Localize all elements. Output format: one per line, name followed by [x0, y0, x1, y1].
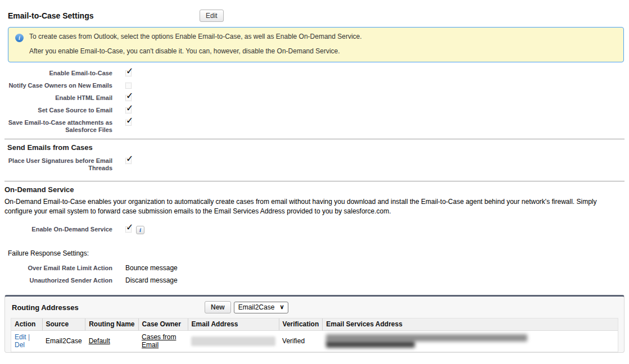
routing-type-selected-value: Email2Case [238, 303, 275, 311]
enable-on-demand-checkbox[interactable]: ✓ [125, 226, 132, 233]
setting-label: Place User Signatures before Email Threa… [0, 157, 112, 172]
column-header-verification: Verification [279, 319, 323, 331]
verification-cell: Verified [279, 331, 323, 352]
setting-label: Save Email-to-Case attachments as Salesf… [0, 119, 112, 134]
setting-label: Enable On-Demand Service [0, 226, 112, 233]
on-demand-description: On-Demand Email-to-Case enables your org… [4, 197, 623, 216]
column-header-source: Source [42, 319, 85, 331]
failure-response-heading: Failure Response Settings: [8, 249, 629, 257]
source-cell: Email2Case [42, 331, 85, 352]
section-divider [4, 181, 625, 181]
page-header: Email-to-Case Settings Edit [0, 0, 629, 24]
edit-link[interactable]: Edit [15, 333, 26, 341]
routing-addresses-table: Action Source Routing Name Case Owner Em… [11, 319, 618, 352]
check-icon: ✓ [126, 92, 133, 101]
routing-table-container: Action Source Routing Name Case Owner Em… [11, 318, 618, 352]
info-banner-text: To create cases from Outlook, select the… [29, 33, 362, 56]
table-header-row: Action Source Routing Name Case Owner Em… [11, 319, 618, 331]
setting-row-user-signatures: Place User Signatures before Email Threa… [0, 157, 629, 172]
enable-email-to-case-checkbox[interactable]: ✓ [125, 70, 132, 76]
on-demand-info-icon[interactable]: i [136, 226, 144, 234]
on-demand-settings: Enable On-Demand Service ✓ i [0, 226, 629, 234]
setting-row-over-email-rate: Over Email Rate Limit Action Bounce mess… [0, 265, 629, 272]
on-demand-heading: On-Demand Service [4, 185, 629, 194]
check-icon: ✓ [126, 67, 133, 76]
banner-line-1: To create cases from Outlook, select the… [29, 33, 362, 41]
chevron-down-icon: ∨ [279, 303, 284, 311]
setting-label: Enable Email-to-Case [0, 70, 112, 77]
setting-value: Discard message [125, 277, 178, 284]
user-signatures-checkbox[interactable]: ✓ [125, 158, 132, 164]
column-header-routing-name: Routing Name [85, 319, 138, 331]
banner-line-2: After you enable Email-to-Case, you can'… [29, 47, 362, 56]
routing-addresses-panel: Routing Addresses New Email2Case ∨ Actio… [4, 295, 625, 353]
email-address-cell [188, 331, 279, 352]
setting-label: Enable HTML Email [0, 94, 112, 102]
column-header-email-services-address: Email Services Address [323, 319, 618, 331]
action-cell: Edit | Del [11, 331, 42, 352]
routing-name-cell: Default [85, 331, 138, 352]
info-banner: i To create cases from Outlook, select t… [8, 27, 624, 62]
routing-name-link[interactable]: Default [89, 337, 110, 345]
setting-value: Bounce message [125, 265, 178, 272]
case-owner-link[interactable]: Cases from Email [142, 333, 176, 349]
routing-addresses-title: Routing Addresses [12, 303, 205, 312]
case-owner-cell: Cases from Email [138, 331, 188, 352]
setting-row-set-case-source: Set Case Source to Email ✓ [0, 107, 629, 114]
link-separator: | [28, 333, 30, 341]
setting-row-save-attachments: Save Email-to-Case attachments as Salesf… [0, 119, 629, 134]
setting-row-unauthorized-sender: Unauthorized Sender Action Discard messa… [0, 277, 629, 284]
routing-type-select[interactable]: Email2Case ∨ [234, 302, 289, 313]
check-icon: ✓ [126, 116, 133, 125]
setting-label: Over Email Rate Limit Action [0, 265, 112, 272]
delete-link[interactable]: Del [15, 341, 25, 349]
email-services-address-cell [323, 331, 618, 352]
check-icon: ✓ [126, 223, 133, 232]
redacted-email-address [191, 336, 275, 346]
redacted-email-services-address [326, 341, 415, 348]
new-routing-address-button[interactable]: New [205, 301, 231, 313]
send-emails-heading: Send Emails from Cases [7, 143, 629, 152]
column-header-action: Action [11, 319, 42, 331]
column-header-case-owner: Case Owner [138, 319, 188, 331]
check-icon: ✓ [126, 154, 133, 163]
section-divider [4, 139, 625, 139]
setting-row-enable-email-to-case: Enable Email-to-Case ✓ [0, 70, 629, 77]
page-title: Email-to-Case Settings [8, 11, 200, 20]
set-case-source-checkbox[interactable]: ✓ [125, 107, 132, 113]
enable-html-email-checkbox[interactable]: ✓ [125, 95, 132, 101]
email-settings-list: Enable Email-to-Case ✓ Notify Case Owner… [0, 70, 629, 134]
notify-case-owners-checkbox[interactable] [125, 83, 132, 89]
save-attachments-checkbox[interactable]: ✓ [125, 120, 132, 126]
setting-label: Set Case Source to Email [0, 107, 112, 114]
column-header-email-address: Email Address [188, 319, 279, 331]
send-emails-settings: Place User Signatures before Email Threa… [0, 157, 629, 172]
setting-label: Unauthorized Sender Action [0, 277, 112, 284]
setting-row-notify-case-owners: Notify Case Owners on New Emails [0, 82, 629, 89]
setting-label: Notify Case Owners on New Emails [0, 82, 112, 89]
check-icon: ✓ [126, 104, 133, 113]
setting-row-enable-html-email: Enable HTML Email ✓ [0, 94, 629, 102]
info-icon: i [15, 34, 24, 42]
setting-row-enable-on-demand: Enable On-Demand Service ✓ i [0, 226, 629, 234]
edit-button[interactable]: Edit [200, 10, 224, 22]
table-row: Edit | Del Email2Case Default Cases from… [11, 331, 618, 352]
failure-settings: Over Email Rate Limit Action Bounce mess… [0, 265, 629, 284]
routing-addresses-header: Routing Addresses New Email2Case ∨ [5, 297, 624, 318]
